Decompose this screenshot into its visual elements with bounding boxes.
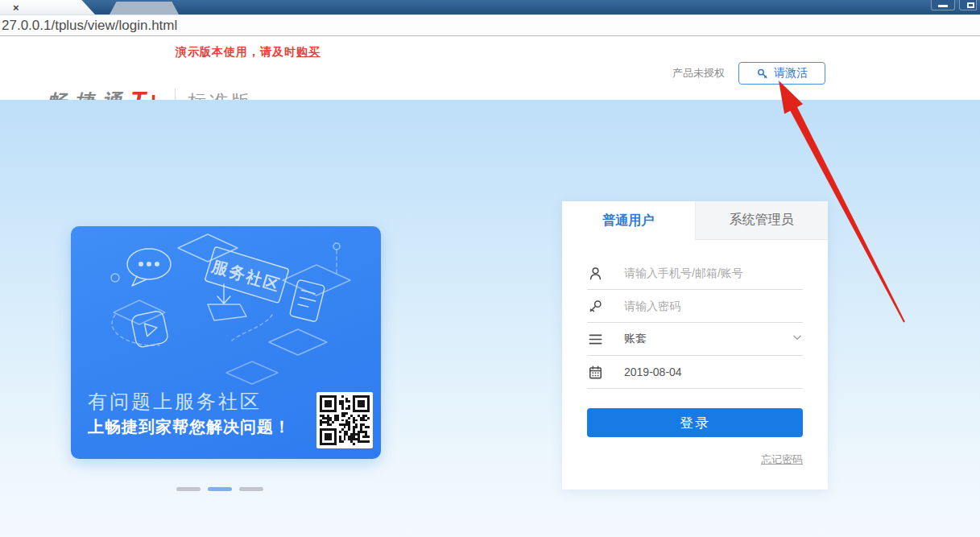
activate-button-label: 请激活 [774,66,808,81]
app-header: 演示版本使用，请及时购买 畅捷通 T+ 标准版 产品未授权 请激活 [0,37,980,100]
maximize-icon [967,2,974,8]
header-right: 产品未授权 请激活 [672,62,825,85]
forgot-password-row: 忘记密码 [587,452,803,467]
account-input[interactable] [624,266,803,279]
demo-notice-text: 演示版本使用，请及时 [176,45,296,58]
promo-banner[interactable]: 服务社区 有问题上服务社区 [71,226,381,459]
inactive-tab-shape[interactable] [110,2,179,14]
carousel-dot-2-active[interactable] [208,487,232,491]
carousel-indicators [176,487,263,491]
account-set-field-row [587,323,803,356]
minimize-icon [938,5,948,7]
chevron-down-icon[interactable] [792,332,803,346]
window-controls [931,0,977,10]
qr-code-pattern [320,395,370,445]
address-bar[interactable]: 27.0.0.1/tplus/view/login.html [0,14,980,36]
password-field-row [587,290,803,323]
activate-button[interactable]: 请激活 [738,62,825,85]
maximize-button[interactable] [959,0,977,10]
license-status-label: 产品未授权 [672,66,725,81]
login-tabs: 普通用户 系统管理员 [562,201,828,240]
main-area: 服务社区 有问题上服务社区 [0,100,980,537]
key-icon [756,68,768,80]
tab-system-admin[interactable]: 系统管理员 [695,201,829,240]
date-field-row [587,356,803,389]
login-form: 登录 忘记密码 [562,240,828,467]
browser-tab[interactable]: × [0,0,95,14]
forgot-password-link[interactable]: 忘记密码 [761,453,803,465]
minimize-button[interactable] [931,0,955,10]
account-field-row [587,257,803,290]
qr-code [316,392,373,448]
carousel-dot-1[interactable] [176,487,201,491]
url-text: 27.0.0.1/tplus/view/login.html [2,18,177,33]
carousel-dot-3[interactable] [239,487,263,491]
password-input[interactable] [624,299,803,312]
demo-version-notice: 演示版本使用，请及时购买 [176,45,320,60]
banner-headline: 有问题上服务社区 [88,389,262,415]
tab-close-icon[interactable]: × [13,2,19,13]
menu-list-icon [587,331,603,347]
tab-normal-user[interactable]: 普通用户 [562,201,695,240]
login-date-input[interactable] [624,366,803,378]
login-panel: 普通用户 系统管理员 [562,201,828,489]
login-page: × 27.0.0.1/tplus/view/login.html 演示版本使用，… [0,0,980,537]
banner-subheadline: 上畅捷到家帮您解决问题！ [88,416,291,438]
user-icon [587,265,603,281]
browser-tab-bar: × [0,0,980,14]
password-key-icon [587,298,603,314]
service-community-illustration: 服务社区 [71,226,381,387]
calendar-icon [587,364,603,380]
account-set-select[interactable] [624,333,792,345]
login-button[interactable]: 登录 [587,408,803,437]
buy-link[interactable]: 购买 [296,45,320,58]
